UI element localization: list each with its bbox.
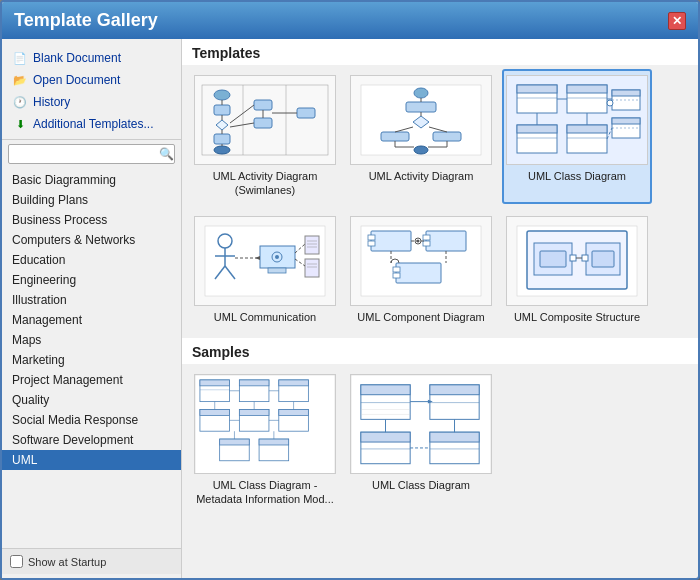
svg-point-78 bbox=[275, 255, 279, 259]
category-item-marketing[interactable]: Marketing bbox=[2, 350, 181, 370]
svg-rect-47 bbox=[612, 90, 640, 96]
template-thumb-uml-activity bbox=[350, 75, 492, 165]
sidebar-action-history[interactable]: 🕐 History bbox=[8, 91, 175, 113]
template-card-uml-component[interactable]: UML Component Diagram bbox=[346, 210, 496, 330]
svg-rect-118 bbox=[220, 439, 250, 445]
svg-rect-132 bbox=[361, 384, 410, 394]
svg-rect-38 bbox=[567, 85, 607, 93]
template-card-uml-composite[interactable]: UML Composite Structure bbox=[502, 210, 652, 330]
svg-rect-12 bbox=[254, 100, 272, 110]
sample-card-uml-class[interactable]: UML Class Diagram bbox=[346, 368, 496, 513]
svg-rect-15 bbox=[297, 108, 315, 118]
sample-card-uml-class-metadata[interactable]: UML Class Diagram -Metadata Information … bbox=[190, 368, 340, 513]
template-card-uml-activity[interactable]: UML Activity Diagram bbox=[346, 69, 496, 204]
svg-rect-116 bbox=[279, 409, 309, 415]
template-card-uml-activity-swimlanes[interactable]: UML Activity Diagram(Swimlanes) bbox=[190, 69, 340, 204]
svg-rect-6 bbox=[214, 134, 230, 144]
svg-rect-108 bbox=[239, 380, 269, 386]
svg-rect-80 bbox=[371, 231, 411, 251]
svg-marker-5 bbox=[216, 120, 228, 130]
svg-rect-65 bbox=[268, 268, 286, 273]
category-item-software-development[interactable]: Software Development bbox=[2, 430, 181, 450]
blank-document-label: Blank Document bbox=[33, 51, 121, 65]
sample-thumb-uml-class-metadata bbox=[194, 374, 336, 474]
history-icon: 🕐 bbox=[12, 94, 28, 110]
category-item-illustration[interactable]: Illustration bbox=[2, 290, 181, 310]
svg-rect-86 bbox=[396, 263, 441, 283]
sample-label-uml-class: UML Class Diagram bbox=[372, 478, 470, 492]
svg-rect-114 bbox=[239, 409, 269, 415]
additional-templates-icon: ⬇ bbox=[12, 116, 28, 132]
svg-rect-100 bbox=[570, 255, 576, 261]
svg-rect-110 bbox=[279, 380, 309, 386]
svg-rect-112 bbox=[200, 409, 230, 415]
svg-rect-98 bbox=[540, 251, 566, 267]
right-content: Templates bbox=[182, 39, 698, 578]
category-item-education[interactable]: Education bbox=[2, 250, 181, 270]
category-item-management[interactable]: Management bbox=[2, 310, 181, 330]
sidebar-action-blank[interactable]: 📄 Blank Document bbox=[8, 47, 175, 69]
sidebar: 📄 Blank Document 📂 Open Document 🕐 Histo… bbox=[2, 39, 182, 578]
svg-rect-4 bbox=[214, 105, 230, 115]
template-thumb-uml-class bbox=[506, 75, 648, 165]
category-item-building-plans[interactable]: Building Plans bbox=[2, 190, 181, 210]
search-icon[interactable]: 🔍 bbox=[155, 145, 178, 163]
title-bar: Template Gallery ✕ bbox=[2, 2, 698, 39]
open-document-label: Open Document bbox=[33, 73, 120, 87]
show-at-startup-label[interactable]: Show at Startup bbox=[28, 556, 106, 568]
category-item-basic-diagramming[interactable]: Basic Diagramming bbox=[2, 170, 181, 190]
template-thumb-uml-composite bbox=[506, 216, 648, 306]
sidebar-top: 📄 Blank Document 📂 Open Document 🕐 Histo… bbox=[2, 43, 181, 140]
svg-point-20 bbox=[414, 88, 428, 98]
svg-rect-21 bbox=[406, 102, 436, 112]
category-item-business-process[interactable]: Business Process bbox=[2, 210, 181, 230]
category-item-quality[interactable]: Quality bbox=[2, 390, 181, 410]
svg-rect-105 bbox=[200, 380, 230, 386]
template-label-uml-composite: UML Composite Structure bbox=[514, 310, 640, 324]
template-card-uml-communication[interactable]: UML Communication bbox=[190, 210, 340, 330]
svg-point-3 bbox=[214, 90, 230, 100]
svg-point-25 bbox=[414, 146, 428, 154]
svg-line-17 bbox=[230, 123, 254, 127]
category-item-computers-and-networks[interactable]: Computers & Networks bbox=[2, 230, 181, 250]
svg-rect-68 bbox=[305, 236, 319, 254]
samples-grid: UML Class Diagram -Metadata Information … bbox=[182, 364, 698, 517]
svg-rect-44 bbox=[567, 125, 607, 133]
template-label-uml-communication: UML Communication bbox=[214, 310, 316, 324]
search-bar: 🔍 bbox=[8, 144, 175, 164]
templates-grid: UML Activity Diagram(Swimlanes) bbox=[182, 65, 698, 334]
category-list: Basic DiagrammingBuilding PlansBusiness … bbox=[2, 168, 181, 548]
template-card-uml-class[interactable]: UML Class Diagram bbox=[502, 69, 652, 204]
svg-rect-140 bbox=[361, 432, 410, 442]
svg-rect-83 bbox=[426, 231, 466, 251]
svg-rect-41 bbox=[517, 125, 557, 133]
template-thumb-uml-activity-swimlanes bbox=[194, 75, 336, 165]
svg-rect-50 bbox=[612, 118, 640, 124]
sample-thumb-uml-class bbox=[350, 374, 492, 474]
svg-rect-82 bbox=[368, 241, 375, 246]
svg-rect-120 bbox=[259, 439, 289, 445]
search-input[interactable] bbox=[9, 146, 155, 162]
main-content: 📄 Blank Document 📂 Open Document 🕐 Histo… bbox=[2, 39, 698, 578]
template-thumb-uml-component bbox=[350, 216, 492, 306]
svg-rect-143 bbox=[430, 432, 479, 442]
category-item-project-management[interactable]: Project Management bbox=[2, 370, 181, 390]
show-at-startup-checkbox[interactable] bbox=[10, 555, 23, 568]
category-item-engineering[interactable]: Engineering bbox=[2, 270, 181, 290]
sidebar-action-additional[interactable]: ⬇ Additional Templates... bbox=[8, 113, 175, 135]
svg-rect-81 bbox=[368, 235, 375, 240]
svg-point-7 bbox=[214, 146, 230, 154]
sample-label-uml-class-metadata: UML Class Diagram -Metadata Information … bbox=[196, 478, 334, 507]
svg-rect-24 bbox=[433, 132, 461, 141]
sidebar-action-open[interactable]: 📂 Open Document bbox=[8, 69, 175, 91]
open-document-icon: 📂 bbox=[12, 72, 28, 88]
svg-point-93 bbox=[417, 239, 420, 242]
category-item-social-media-response[interactable]: Social Media Response bbox=[2, 410, 181, 430]
svg-rect-101 bbox=[582, 255, 588, 261]
additional-templates-label: Additional Templates... bbox=[33, 117, 154, 131]
category-item-uml[interactable]: UML bbox=[2, 450, 181, 470]
svg-line-16 bbox=[230, 105, 254, 123]
category-item-maps[interactable]: Maps bbox=[2, 330, 181, 350]
blank-document-icon: 📄 bbox=[12, 50, 28, 66]
close-button[interactable]: ✕ bbox=[668, 12, 686, 30]
